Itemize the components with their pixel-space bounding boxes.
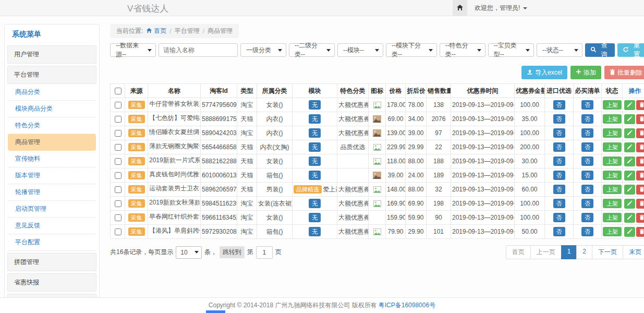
import-optimal-toggle[interactable]: 否 (553, 199, 565, 208)
status-badge[interactable]: 上架 (603, 227, 622, 236)
delete-button[interactable] (636, 227, 644, 237)
filter-select-3[interactable]: --二级分类-- (289, 43, 335, 57)
delete-button[interactable] (636, 100, 644, 110)
edit-button[interactable] (624, 114, 635, 124)
page-button-4[interactable]: 下一页 (592, 245, 623, 259)
jump-page-input[interactable] (256, 246, 273, 259)
status-badge[interactable]: 上架 (603, 213, 622, 222)
row-checkbox[interactable] (115, 172, 121, 179)
filter-select-5[interactable]: --模块下分类-- (386, 43, 437, 57)
must-buy-toggle[interactable]: 否 (581, 114, 593, 124)
delete-button[interactable] (636, 128, 644, 138)
delete-button[interactable] (636, 199, 644, 209)
row-checkbox[interactable] (115, 158, 121, 165)
import-excel-button[interactable]: 导入excel (521, 66, 567, 79)
sidebar-item-0[interactable]: 用户管理 (7, 45, 96, 64)
edit-button[interactable] (624, 199, 635, 209)
breadcrumb-home-link[interactable]: 首页 (146, 27, 166, 35)
batch-delete-button[interactable]: 批量删除 (604, 66, 644, 79)
add-button[interactable]: 添加 (570, 66, 601, 79)
filter-select-8[interactable]: --状态-- (537, 43, 582, 57)
status-badge[interactable]: 上架 (603, 199, 622, 208)
must-buy-toggle[interactable]: 否 (581, 171, 593, 180)
import-optimal-toggle[interactable]: 否 (553, 100, 565, 110)
sidebar-item-6[interactable]: 宣传物料 (8, 151, 96, 167)
page-button-5[interactable]: 末页 (623, 245, 644, 259)
must-buy-toggle[interactable]: 否 (581, 142, 593, 152)
edit-button[interactable] (624, 185, 635, 195)
page-button-0[interactable]: 首页 (506, 245, 531, 259)
user-menu[interactable]: 欢迎您，管理员! (475, 4, 527, 13)
filter-select-0[interactable]: --数据来源-- (110, 43, 156, 57)
edit-button[interactable] (624, 156, 635, 166)
row-checkbox[interactable] (115, 144, 121, 151)
edit-button[interactable] (624, 227, 635, 237)
sidebar-item-1[interactable]: 平台管理 (7, 66, 96, 84)
status-badge[interactable]: 上架 (603, 128, 622, 138)
row-checkbox[interactable] (115, 228, 121, 235)
delete-button[interactable] (636, 142, 644, 152)
import-optimal-toggle[interactable]: 否 (553, 114, 565, 124)
import-optimal-toggle[interactable]: 否 (553, 142, 565, 152)
sidebar-item-2[interactable]: 商品分类 (8, 84, 96, 101)
sidebar-item-9[interactable]: 启动页管理 (8, 201, 96, 218)
sidebar-item-5[interactable]: 商品管理 (8, 134, 96, 151)
sidebar-item-7[interactable]: 版本管理 (8, 167, 96, 184)
edit-button[interactable] (624, 100, 635, 110)
sidebar-item-10[interactable]: 意见反馈 (8, 218, 96, 234)
name-search-input[interactable] (159, 43, 238, 57)
page-button-2[interactable]: 1 (561, 245, 577, 259)
sidebar-item-11[interactable]: 平台配置 (8, 234, 96, 251)
must-buy-toggle[interactable]: 否 (581, 100, 593, 110)
page-button-1[interactable]: 上一页 (530, 245, 562, 259)
sidebar-item-12[interactable]: 拼团管理 (7, 253, 96, 271)
delete-button[interactable] (636, 114, 644, 124)
edit-button[interactable] (624, 142, 635, 152)
row-checkbox[interactable] (115, 116, 121, 123)
horizontal-scrollbar-thumb[interactable] (206, 310, 225, 313)
must-buy-toggle[interactable]: 否 (581, 156, 593, 166)
import-optimal-toggle[interactable]: 否 (553, 128, 565, 138)
sidebar-item-8[interactable]: 轮播管理 (8, 184, 96, 201)
row-checkbox[interactable] (115, 102, 121, 109)
sidebar-item-13[interactable]: 省惠快报 (7, 273, 96, 292)
import-optimal-toggle[interactable]: 否 (553, 171, 565, 180)
status-badge[interactable]: 上架 (603, 142, 622, 152)
edit-button[interactable] (624, 171, 635, 180)
import-optimal-toggle[interactable]: 否 (553, 185, 565, 194)
row-checkbox[interactable] (115, 186, 121, 193)
import-optimal-toggle[interactable]: 否 (553, 213, 565, 222)
home-button[interactable] (453, 0, 467, 16)
query-button[interactable]: 查询 (585, 43, 615, 57)
import-optimal-toggle[interactable]: 否 (553, 156, 565, 166)
page-button-3[interactable]: 2 (576, 245, 592, 259)
must-buy-toggle[interactable]: 否 (581, 199, 593, 208)
sidebar-item-3[interactable]: 模块商品分类 (8, 101, 96, 117)
must-buy-toggle[interactable]: 否 (581, 128, 593, 138)
status-badge[interactable]: 上架 (603, 185, 622, 194)
per-page-select[interactable]: 10 (176, 246, 201, 259)
status-badge[interactable]: 上架 (603, 156, 622, 166)
sidebar-item-14[interactable]: 消息管理 (7, 294, 96, 297)
must-buy-toggle[interactable]: 否 (581, 227, 593, 236)
jump-button[interactable]: 跳转到 (220, 246, 245, 258)
delete-button[interactable] (636, 171, 644, 180)
status-badge[interactable]: 上架 (603, 114, 622, 124)
filter-select-4[interactable]: --模块-- (337, 43, 383, 57)
edit-button[interactable] (624, 128, 635, 138)
select-all-checkbox[interactable] (115, 88, 121, 94)
row-checkbox[interactable] (115, 200, 121, 207)
delete-button[interactable] (636, 156, 644, 166)
sidebar-item-4[interactable]: 特色分类 (8, 117, 96, 134)
filter-select-7[interactable]: --宝贝类型-- (488, 43, 534, 57)
filter-select-2[interactable]: 一级分类 (240, 43, 286, 57)
delete-button[interactable] (636, 213, 644, 223)
status-badge[interactable]: 上架 (603, 171, 622, 180)
must-buy-toggle[interactable]: 否 (581, 213, 593, 222)
filter-select-6[interactable]: --特色分类-- (440, 43, 485, 57)
row-checkbox[interactable] (115, 214, 121, 221)
row-checkbox[interactable] (115, 130, 121, 137)
icp-link[interactable]: 粤ICP备16098006号 (379, 301, 435, 310)
edit-button[interactable] (624, 213, 635, 223)
reset-button[interactable]: 重置 (617, 43, 644, 57)
